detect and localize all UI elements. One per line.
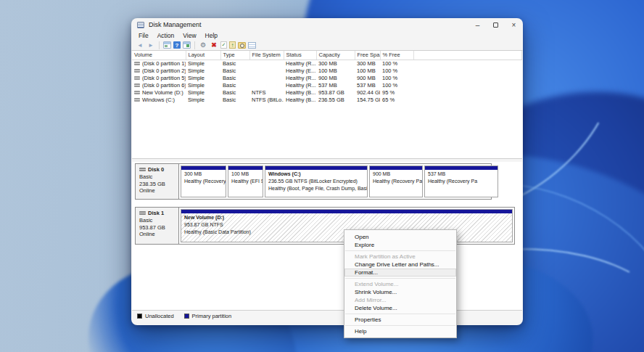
partition-text: 300 MBHealthy (Recovery (181, 170, 226, 185)
table-cell: 537 MB (355, 81, 380, 89)
close-button[interactable]: × (505, 18, 523, 31)
table-cell (249, 67, 284, 74)
context-menu-item-help[interactable]: Help (344, 327, 456, 335)
context-menu-separator (345, 314, 455, 314)
desktop: Disk Management –× FileActionViewHelp ◄►… (0, 0, 644, 352)
legend-swatch (137, 314, 142, 319)
table-cell: 900 MB (355, 74, 380, 81)
disk-status: Online (139, 231, 178, 238)
legend-item-primary-partition: Primary partition (184, 313, 232, 319)
disk-1-panel: Disk 1Basic953.87 GBOnlineNew Volume (D:… (135, 207, 515, 245)
toolbar-separator (159, 41, 160, 49)
table-cell: Basic (220, 67, 249, 74)
column-header-filler (413, 51, 522, 60)
column-header-capacity[interactable]: Capacity (316, 51, 355, 60)
table-cell: Basic (220, 81, 249, 89)
toolbar-console-window-icon[interactable] (163, 41, 171, 49)
disk-icon (139, 168, 146, 171)
table-cell: Healthy (E... (284, 67, 316, 74)
toolbar-mount-icon[interactable]: ↑ (229, 41, 236, 49)
maximize-button[interactable] (487, 18, 505, 31)
context-menu-item-shrink-volume[interactable]: Shrink Volume... (344, 288, 456, 296)
table-row[interactable]: (Disk 0 partition 5)SimpleBasicHealthy (… (132, 74, 522, 81)
volume-table-header-row: VolumeLayoutTypeFile SystemStatusCapacit… (132, 51, 522, 60)
context-menu-item-open[interactable]: Open (344, 233, 456, 241)
title-bar[interactable]: Disk Management –× (131, 18, 523, 31)
legend-label: Primary partition (192, 313, 232, 319)
legend-swatch (184, 314, 189, 319)
partition-cell[interactable]: 100 MBHealthy (EFI Sy (228, 165, 263, 197)
partition-line: 953.87 GB NTFS (184, 221, 512, 229)
table-row[interactable]: Windows (C:)SimpleBasicNTFS (BitLo...Hea… (132, 96, 522, 103)
disk-size: 953.87 GB (139, 224, 178, 232)
disk-name-row: Disk 1 (139, 210, 178, 217)
partition-cell[interactable]: 537 MBHealthy (Recovery Pa (424, 165, 498, 197)
partition-text: 537 MBHealthy (Recovery Pa (425, 170, 498, 185)
table-row[interactable]: New Volume (D:)SimpleBasicNTFSHealthy (B… (132, 89, 522, 96)
context-menu-item-format[interactable]: Format... (344, 269, 456, 277)
menu-help[interactable]: Help (201, 32, 222, 39)
table-cell: NTFS (BitLo... (249, 96, 284, 103)
toolbar-properties-icon[interactable] (248, 42, 256, 49)
partition-text: 900 MBHealthy (Recovery Part (370, 170, 422, 185)
column-header-status[interactable]: Status (284, 51, 316, 60)
partition-line: Healthy (EFI Sy (231, 178, 263, 185)
volume-icon (134, 91, 140, 94)
table-cell: (Disk 0 partition 2) (132, 67, 186, 74)
column-header-free[interactable]: % Free (380, 51, 413, 60)
toolbar-forward-icon[interactable]: ► (146, 41, 155, 49)
minimize-button[interactable]: – (468, 18, 487, 31)
toolbar-tools-icon[interactable]: ⚙ (199, 41, 207, 49)
partition-line: Healthy (Recovery (184, 178, 226, 185)
column-header-layout[interactable]: Layout (186, 51, 220, 60)
toolbar-action-pane-icon[interactable] (183, 41, 191, 49)
disk-0-panel: Disk 0Basic238.35 GBOnline300 MBHealthy … (135, 163, 492, 200)
table-cell-filler (413, 96, 522, 103)
volume-name: Windows (C:) (142, 97, 175, 103)
toolbar-browse-icon[interactable] (238, 42, 246, 49)
context-menu-separator (345, 278, 455, 279)
context-menu-item-explore[interactable]: Explore (344, 241, 456, 249)
menu-file[interactable]: File (134, 32, 153, 39)
column-header-volume[interactable]: Volume (132, 51, 186, 60)
table-cell: Basic (220, 74, 249, 81)
table-row[interactable]: (Disk 0 partition 1)SimpleBasicHealthy (… (132, 60, 522, 67)
table-cell: Simple (186, 60, 220, 67)
column-header-file-system[interactable]: File System (249, 51, 284, 60)
partition-cell[interactable]: 900 MBHealthy (Recovery Part (369, 165, 423, 197)
menu-action[interactable]: Action (153, 32, 179, 39)
disk-1-header[interactable]: Disk 1Basic953.87 GBOnline (136, 208, 179, 244)
column-header-type[interactable]: Type (220, 51, 249, 60)
disk-0-header[interactable]: Disk 0Basic238.35 GBOnline (136, 164, 179, 199)
table-cell: Healthy (B... (284, 96, 316, 103)
toolbar-task-check-icon[interactable]: ✓ (220, 41, 227, 49)
disk-name-row: Disk 0 (139, 166, 178, 173)
disk-type: Basic (139, 173, 178, 181)
context-menu-separator (345, 250, 455, 251)
partition-cell[interactable]: 300 MBHealthy (Recovery (181, 165, 226, 197)
volume-name: (Disk 0 partition 5) (142, 75, 186, 81)
context-menu-item-extend-volume: Extend Volume... (344, 280, 456, 288)
context-menu-item-change-drive-letter-and-paths[interactable]: Change Drive Letter and Paths... (344, 261, 456, 269)
menu-view[interactable]: View (178, 32, 200, 39)
context-menu-item-delete-volume[interactable]: Delete Volume... (344, 304, 456, 312)
partition-line: 236.55 GB NTFS (BitLocker Encrypted) (268, 178, 367, 185)
partition-line: Healthy (Recovery Part (373, 178, 422, 185)
volume-icon (134, 83, 140, 87)
partition-title: Windows (C:) (268, 171, 367, 178)
table-row[interactable]: (Disk 0 partition 6)SimpleBasicHealthy (… (132, 81, 522, 89)
table-cell (249, 60, 284, 67)
table-cell: 100 MB (355, 67, 380, 74)
table-row[interactable]: (Disk 0 partition 2)SimpleBasicHealthy (… (132, 67, 522, 74)
column-header-free-spa[interactable]: Free Spa... (355, 51, 380, 60)
toolbar-delete-volume-icon[interactable]: ✖ (210, 41, 218, 49)
partition-windows-c[interactable]: Windows (C:)236.55 GB NTFS (BitLocker En… (265, 165, 368, 197)
window-controls: –× (468, 18, 523, 31)
context-menu-item-properties[interactable]: Properties (344, 316, 456, 324)
table-cell: Healthy (R... (284, 74, 316, 81)
window-title: Disk Management (149, 21, 202, 28)
table-cell: 236.55 GB (316, 96, 355, 103)
toolbar-help-icon[interactable]: ? (173, 41, 181, 49)
volume-icon (134, 98, 140, 102)
toolbar-back-icon[interactable]: ◄ (136, 41, 144, 49)
